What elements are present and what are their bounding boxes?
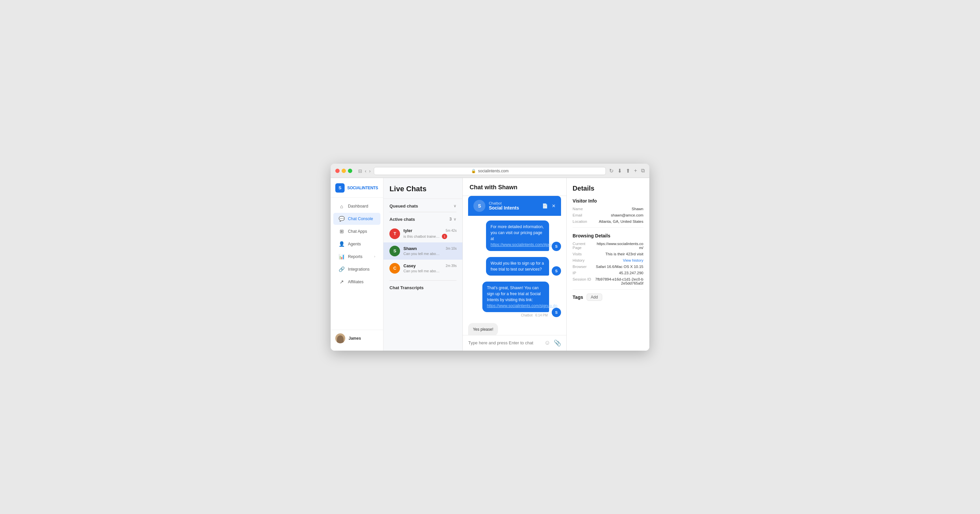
- chat-transcripts-label[interactable]: Chat Transcripts: [383, 280, 463, 295]
- sidebar-item-integrations[interactable]: 🔗 Integrations: [333, 263, 380, 275]
- bot-header-card: S Chatbot Social Intents 📄 ✕: [468, 196, 561, 216]
- chat-input[interactable]: [468, 341, 541, 345]
- detail-divider-2: [573, 289, 643, 290]
- message-bubble-3: That's great, Shawn! You can sign up for…: [482, 282, 549, 312]
- chat-item-shawn[interactable]: S Shawn 3m 10s Can you tell me about you…: [383, 242, 463, 259]
- detail-value-location: Atlanta, GA, United States: [599, 220, 643, 223]
- sidebar-item-chat-apps[interactable]: ⊞ Chat Apps: [333, 226, 380, 237]
- message-bubble-4: Yes please!: [468, 323, 498, 335]
- browser-chrome: ⊟ ‹ › 🔒 socialintents.com ↻ ⬇ ⬆ + ⧉: [331, 164, 649, 178]
- sidebar: S SOCIALINTENTS ⌂ Dashboard 💬 Chat Conso…: [331, 178, 383, 351]
- detail-row-session: Session ID 7fb97894-e16d-c1d1-2ec0-b2e5d…: [573, 277, 643, 285]
- avatar: [335, 333, 345, 343]
- detail-value-session: 7fb97894-e16d-c1d1-2ec0-b2e5dd765a5f: [593, 277, 643, 285]
- chat-icon: 💬: [339, 216, 345, 222]
- detail-row-name: Name Shawn: [573, 207, 643, 211]
- active-chats-count: 3: [450, 217, 452, 221]
- detail-label-ip: IP: [573, 271, 593, 275]
- integrations-icon: 🔗: [339, 266, 345, 272]
- avatar-casey: C: [390, 263, 400, 274]
- affiliates-icon: ↗: [339, 279, 345, 285]
- emoji-icon[interactable]: ☺: [544, 339, 550, 347]
- chat-time-tyler: 5m 42s: [446, 229, 457, 232]
- maximize-button[interactable]: [348, 169, 352, 173]
- visitor-info-title: Visitor Info: [573, 198, 643, 204]
- sidebar-item-reports[interactable]: 📊 Reports ›: [333, 251, 380, 263]
- bot-label: Chatbot: [489, 201, 519, 205]
- tabs-icon[interactable]: ⧉: [641, 168, 645, 174]
- chevron-down-icon: ∨: [453, 204, 457, 208]
- chat-info-shawn: Shawn 3m 10s Can you tell me about your …: [403, 247, 457, 256]
- detail-value-visits: This is their 423rd visit: [606, 252, 643, 256]
- detail-row-current-page: Current Page https://www.socialintents.c…: [573, 242, 643, 250]
- sidebar-item-label: Affiliates: [348, 280, 364, 284]
- chat-info-tyler: tyler 5m 42s is this chatbot trained per…: [403, 228, 457, 239]
- active-chats-section[interactable]: Active chats 3 ∨: [383, 212, 463, 225]
- home-icon: ⌂: [339, 204, 345, 209]
- detail-label-session: Session ID: [573, 277, 593, 285]
- chat-preview-tyler: is this chatbot trained per websi...: [403, 234, 440, 239]
- detail-row-browser: Browser Safari 16.6/Mac OS X 10.15: [573, 265, 643, 269]
- chat-time-shawn: 3m 10s: [446, 247, 457, 250]
- detail-value-ip: 45.23.247.290: [619, 271, 643, 275]
- avatar-figure: [337, 335, 344, 343]
- sidebar-item-dashboard[interactable]: ⌂ Dashboard: [333, 201, 380, 212]
- address-bar[interactable]: 🔒 socialintents.com: [374, 167, 606, 175]
- close-icon[interactable]: ✕: [552, 203, 556, 208]
- queued-chats-label: Queued chats: [390, 204, 418, 208]
- bot-avatar-3: S: [552, 308, 561, 317]
- detail-value-name: Shawn: [632, 207, 643, 211]
- user-name: James: [348, 336, 361, 341]
- sidebar-item-label: Agents: [348, 242, 361, 247]
- detail-label-history: History: [573, 258, 593, 262]
- detail-row-history: History View history: [573, 258, 643, 262]
- message-meta-3: Chatbot 6:14 PM: [521, 313, 549, 317]
- sidebar-item-affiliates[interactable]: ↗ Affiliates: [333, 276, 380, 288]
- chat-name-shawn: Shawn: [403, 247, 417, 251]
- active-chats-label: Active chats: [390, 217, 415, 222]
- back-icon[interactable]: ‹: [365, 168, 366, 173]
- chat-item-tyler[interactable]: T tyler 5m 42s is this chatbot trained p…: [383, 225, 463, 242]
- forward-icon[interactable]: ›: [369, 168, 371, 173]
- logo-area: S SOCIALINTENTS: [331, 178, 383, 197]
- reload-icon[interactable]: ↻: [609, 168, 614, 174]
- chat-name-casey: Casey: [403, 264, 416, 268]
- message-bubble-2: Would you like to sign up for a free tri…: [486, 257, 549, 275]
- close-button[interactable]: [335, 169, 340, 173]
- transcript-icon[interactable]: 📄: [542, 203, 548, 208]
- browsing-details-title: Browsing Details: [573, 233, 643, 239]
- bot-avatar-2: S: [552, 266, 561, 275]
- chat-preview-shawn: Can you tell me about your pricing?: [403, 252, 440, 256]
- new-tab-icon[interactable]: +: [634, 168, 637, 174]
- lock-icon: 🔒: [471, 169, 476, 173]
- detail-divider: [573, 228, 643, 228]
- minimize-button[interactable]: [342, 169, 346, 173]
- sidebar-item-chat-console[interactable]: 💬 Chat Console: [333, 213, 380, 225]
- share-icon[interactable]: ⬆: [626, 168, 630, 174]
- detail-value-history[interactable]: View history: [623, 258, 643, 262]
- avatar-tyler: T: [390, 228, 400, 239]
- url-text: socialintents.com: [478, 169, 509, 173]
- bot-logo: S: [473, 200, 485, 212]
- download-icon[interactable]: ⬇: [617, 168, 622, 174]
- queued-chats-section[interactable]: Queued chats ∨: [383, 199, 463, 212]
- detail-row-ip: IP 45.23.247.290: [573, 271, 643, 275]
- add-tag-button[interactable]: Add: [587, 294, 602, 301]
- signup-link[interactable]: https://www.socialintents.com/signup.do: [487, 304, 557, 308]
- chat-item-casey[interactable]: C Casey 2m 39s Can you tell me about you…: [383, 259, 463, 277]
- pricing-link[interactable]: https://www.socialintents.com/#pricing: [491, 242, 558, 247]
- sidebar-item-agents[interactable]: 👤 Agents: [333, 238, 380, 250]
- message-row-4: Yes please!: [468, 323, 561, 335]
- chat-input-icons: ☺ 📎: [544, 339, 561, 347]
- detail-label-visits: Visits: [573, 252, 593, 256]
- message-row-3: That's great, Shawn! You can sign up for…: [468, 282, 561, 317]
- logo-icon: S: [335, 183, 345, 193]
- chat-list-panel: Live Chats Queued chats ∨ Active chats 3…: [383, 178, 463, 351]
- attachment-icon[interactable]: 📎: [554, 339, 561, 347]
- logo-text: SOCIALINTENTS: [347, 186, 378, 190]
- apps-icon: ⊞: [339, 228, 345, 234]
- sidebar-toggle-icon[interactable]: ⊟: [358, 168, 362, 173]
- sidebar-item-label: Dashboard: [348, 204, 368, 208]
- detail-value-email: shawn@amce.com: [611, 213, 643, 217]
- browser-controls: ⊟ ‹ ›: [358, 168, 371, 173]
